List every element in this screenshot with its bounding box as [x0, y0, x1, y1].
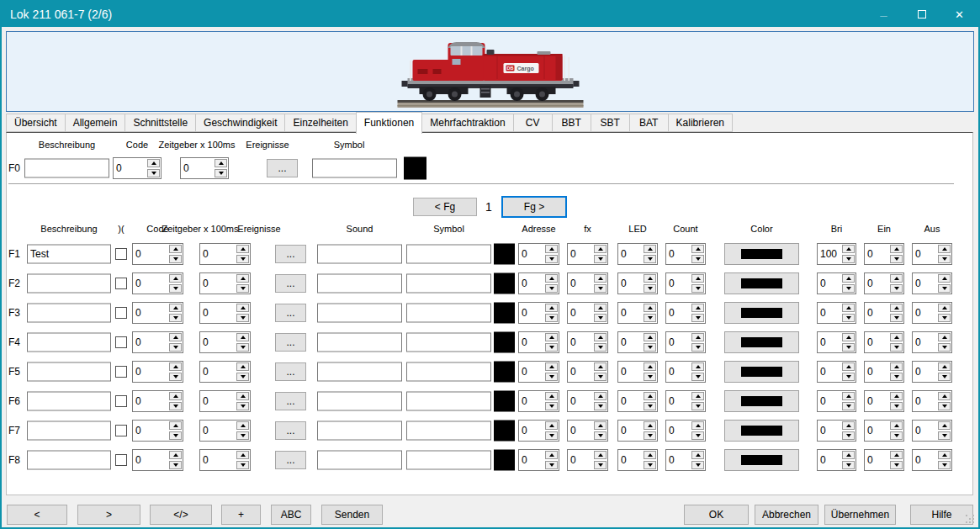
- tab-kalibrieren[interactable]: Kalibrieren: [668, 114, 733, 132]
- beschreibung-input[interactable]: [27, 244, 111, 263]
- ein-input[interactable]: [866, 274, 890, 293]
- bri-input[interactable]: [818, 392, 842, 410]
- count-input[interactable]: [667, 333, 691, 352]
- f0-symbol-swatch[interactable]: [404, 157, 426, 180]
- ok-button[interactable]: OK: [684, 505, 749, 525]
- resize-grip[interactable]: [966, 515, 967, 516]
- sound-input[interactable]: [317, 244, 402, 263]
- add-button[interactable]: +: [221, 505, 261, 525]
- adresse-spin-down-button[interactable]: [545, 373, 558, 381]
- code-input[interactable]: [134, 245, 169, 263]
- fx-spin-up-button[interactable]: [594, 451, 607, 459]
- zeitgeber-input[interactable]: [201, 362, 236, 381]
- aus-input[interactable]: [914, 304, 938, 322]
- symbol-input[interactable]: [406, 273, 491, 293]
- symbol-swatch[interactable]: [494, 331, 515, 352]
- fx-spin-up-button[interactable]: [594, 274, 607, 283]
- color-button[interactable]: [724, 361, 799, 383]
- uebernehmen-button[interactable]: Übernehmen: [824, 505, 896, 525]
- led-input[interactable]: [619, 451, 644, 469]
- sound-input[interactable]: [317, 273, 402, 293]
- fx-spin-down-button[interactable]: [594, 373, 607, 381]
- adresse-input[interactable]: [520, 451, 545, 469]
- code-spin-up-button[interactable]: [169, 451, 182, 459]
- fx-input[interactable]: [569, 421, 594, 440]
- symbol-swatch[interactable]: [494, 243, 515, 264]
- adresse-spin-up-button[interactable]: [545, 333, 558, 341]
- color-button[interactable]: [724, 243, 799, 265]
- beschreibung-input[interactable]: [27, 450, 111, 469]
- fx-spin-down-button[interactable]: [594, 284, 607, 293]
- led-input[interactable]: [619, 274, 644, 293]
- led-spin-down-button[interactable]: [644, 402, 656, 410]
- ereignisse-button[interactable]: ...: [275, 451, 306, 469]
- beschreibung-input[interactable]: [27, 421, 111, 440]
- beschreibung-input[interactable]: [27, 391, 111, 410]
- symbol-swatch[interactable]: [494, 390, 515, 411]
- code-input[interactable]: [134, 274, 169, 293]
- code-input[interactable]: [134, 362, 169, 381]
- count-input[interactable]: [667, 274, 691, 293]
- zeitgeber-spin-up-button[interactable]: [236, 362, 249, 371]
- count-spin-up-button[interactable]: [691, 245, 704, 253]
- ein-input[interactable]: [866, 304, 890, 322]
- aus-input[interactable]: [914, 392, 938, 410]
- code-spin-up-button[interactable]: [169, 333, 182, 341]
- aus-spin-up-button[interactable]: [938, 333, 951, 341]
- led-spin-up-button[interactable]: [644, 421, 656, 430]
- senden-button[interactable]: Senden: [321, 505, 383, 525]
- code-input[interactable]: [134, 421, 169, 440]
- zeitgeber-input[interactable]: [201, 392, 236, 410]
- symbol-swatch[interactable]: [494, 272, 515, 294]
- ereignisse-button[interactable]: ...: [275, 392, 306, 410]
- count-input[interactable]: [667, 304, 691, 322]
- color-button[interactable]: [724, 390, 799, 412]
- aus-input[interactable]: [914, 362, 938, 381]
- fx-spin-down-button[interactable]: [594, 461, 607, 469]
- tab-sbt[interactable]: SBT: [591, 114, 630, 132]
- fx-spin-down-button[interactable]: [594, 431, 607, 440]
- adresse-spin-down-button[interactable]: [545, 461, 558, 469]
- code-spin-down-button[interactable]: [169, 284, 182, 293]
- sound-input[interactable]: [317, 362, 402, 381]
- bri-input[interactable]: [818, 274, 842, 293]
- ein-input[interactable]: [866, 245, 890, 263]
- fx-input[interactable]: [569, 392, 594, 410]
- aus-spin-up-button[interactable]: [938, 274, 951, 283]
- tab-mehrfachtraktion[interactable]: Mehrfachtraktion: [421, 114, 513, 132]
- led-input[interactable]: [619, 304, 644, 322]
- tab-schnittstelle[interactable]: Schnittstelle: [124, 114, 196, 132]
- zeitgeber-spin-down-button[interactable]: [236, 255, 249, 263]
- f0-code-spin-down-button[interactable]: [147, 169, 160, 177]
- zeitgeber-spin-down-button[interactable]: [236, 461, 249, 469]
- led-spin-up-button[interactable]: [644, 304, 656, 312]
- blink-checkbox[interactable]: [115, 395, 127, 407]
- bri-spin-up-button[interactable]: [842, 421, 855, 430]
- fx-input[interactable]: [569, 304, 594, 322]
- zeitgeber-spin-up-button[interactable]: [236, 333, 249, 341]
- fx-spin-up-button[interactable]: [594, 245, 607, 253]
- led-spin-up-button[interactable]: [644, 274, 656, 283]
- fx-input[interactable]: [569, 451, 594, 469]
- f0-code-spin-up-button[interactable]: [147, 159, 160, 167]
- bri-spin-up-button[interactable]: [842, 245, 855, 253]
- sound-input[interactable]: [317, 303, 402, 322]
- bri-spin-up-button[interactable]: [842, 333, 855, 341]
- tab-uebersicht[interactable]: Übersicht: [6, 114, 66, 132]
- count-input[interactable]: [667, 245, 691, 263]
- adresse-input[interactable]: [520, 421, 545, 440]
- led-spin-down-button[interactable]: [644, 314, 656, 322]
- bri-input[interactable]: [818, 245, 842, 263]
- ereignisse-button[interactable]: ...: [275, 421, 306, 440]
- code-spin-up-button[interactable]: [169, 304, 182, 312]
- aus-spin-down-button[interactable]: [938, 255, 951, 263]
- bri-spin-up-button[interactable]: [842, 451, 855, 459]
- f0-zeitgeber-spin-down-button[interactable]: [215, 169, 227, 177]
- fx-input[interactable]: [569, 245, 594, 263]
- bri-spin-up-button[interactable]: [842, 362, 855, 371]
- led-spin-down-button[interactable]: [644, 284, 656, 293]
- adresse-input[interactable]: [520, 245, 545, 263]
- fx-spin-down-button[interactable]: [594, 402, 607, 410]
- adresse-spin-up-button[interactable]: [545, 421, 558, 430]
- ein-spin-up-button[interactable]: [890, 451, 903, 459]
